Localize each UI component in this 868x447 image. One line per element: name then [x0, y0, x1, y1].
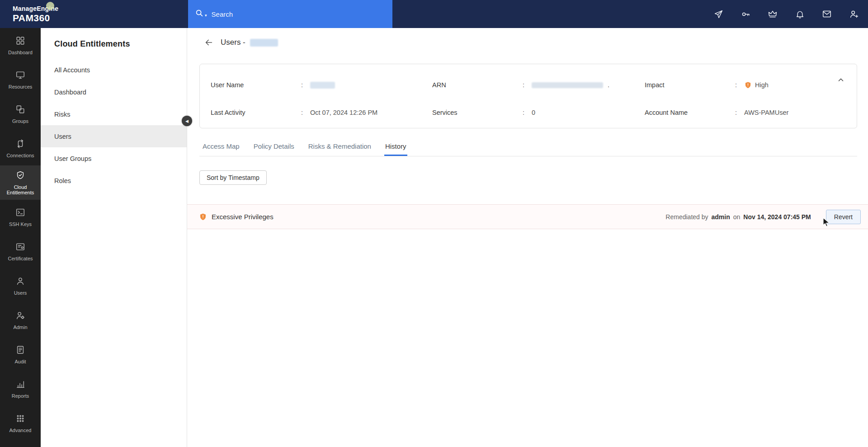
- audit-icon: [15, 345, 25, 359]
- remediated-connector: on: [733, 213, 741, 221]
- arn-period: .: [608, 81, 609, 89]
- chevron-up-icon: [837, 76, 845, 84]
- back-button[interactable]: [203, 36, 215, 49]
- field-colon: :: [735, 109, 737, 116]
- panel-collapse-button[interactable]: ◀: [182, 116, 192, 126]
- sidebar-item-label: Audit: [13, 359, 28, 364]
- remediated-prefix: Remediated by: [665, 213, 708, 221]
- sidebar-item-label: Resources: [7, 84, 34, 89]
- field-colon: :: [735, 81, 737, 89]
- field-label: Account Name: [645, 109, 735, 116]
- field-arn: ARN : .: [432, 80, 645, 90]
- sidebar-item-users[interactable]: Users: [0, 268, 41, 303]
- sidebar-item-reports[interactable]: Reports: [0, 372, 41, 406]
- dashboard-icon: [15, 36, 25, 50]
- brand-line2: PAM360: [13, 13, 58, 24]
- sort-by-timestamp-button[interactable]: Sort by Timestamp: [199, 170, 267, 185]
- field-value-redacted: [310, 82, 335, 89]
- sidebar-item-advanced[interactable]: Advanced: [0, 406, 41, 440]
- field-last-activity: Last Activity : Oct 07, 2024 12:26 PM: [211, 107, 432, 118]
- panel-item-roles[interactable]: Roles: [41, 169, 187, 192]
- add-user-icon[interactable]: [846, 6, 862, 22]
- password-key-icon[interactable]: [738, 6, 753, 22]
- user-detail-card: User Name : ARN : . Impact : High Last A…: [199, 64, 857, 128]
- risk-name: Excessive Privileges: [212, 213, 274, 221]
- groups-icon: [15, 104, 25, 118]
- cloud-entitlements-icon: [15, 170, 25, 184]
- field-label: ARN: [432, 81, 523, 89]
- sidebar-item-connections[interactable]: Connections: [0, 131, 41, 165]
- sidebar-item-ssh-keys[interactable]: SSH Keys: [0, 200, 41, 234]
- sidebar-item-resources[interactable]: Resources: [0, 62, 41, 97]
- redacted-user-name-title: [250, 39, 278, 47]
- field-user-name: User Name :: [211, 80, 432, 90]
- brand-logo[interactable]: ManageEngine PAM360: [0, 5, 58, 24]
- ssh-keys-icon: [15, 207, 25, 221]
- admin-icon: [15, 311, 25, 325]
- global-search[interactable]: ▾: [188, 0, 392, 28]
- crown-icon[interactable]: [765, 6, 780, 22]
- field-value: High: [744, 81, 769, 89]
- sidebar-item-label: Groups: [10, 118, 30, 124]
- sidebar-item-dashboard[interactable]: Dashboard: [0, 28, 41, 62]
- launch-icon[interactable]: [711, 6, 726, 22]
- panel-item-users[interactable]: Users: [41, 125, 187, 147]
- field-colon: :: [523, 81, 524, 89]
- field-account-name: Account Name : AWS-PAMUser: [645, 107, 846, 118]
- sidebar-item-cloud-entitlements[interactable]: Cloud Entitlements: [0, 165, 41, 200]
- page-title: Users -: [221, 38, 245, 47]
- topbar-icons: [711, 0, 862, 28]
- field-services: Services : 0: [432, 107, 645, 118]
- sidebar-item-admin[interactable]: Admin: [0, 303, 41, 337]
- shield-icon: [199, 213, 207, 221]
- users-icon: [15, 276, 25, 290]
- mail-icon[interactable]: [819, 6, 835, 22]
- panel-item-user-groups[interactable]: User Groups: [41, 147, 187, 169]
- sidebar-item-label: Certificates: [6, 256, 34, 261]
- certificates-icon: [15, 242, 25, 256]
- cloud-entitlements-panel: Cloud Entitlements All Accounts Dashboar…: [41, 28, 187, 447]
- reports-icon: [15, 379, 25, 393]
- sidebar-item-label: Connections: [5, 153, 36, 158]
- pam360-app: ManageEngine PAM360 ▾: [0, 0, 868, 447]
- sidebar-item-certificates[interactable]: Certificates: [0, 234, 41, 268]
- remediated-timestamp: Nov 14, 2024 07:45 PM: [743, 213, 811, 221]
- sidebar-item-label: Users: [12, 290, 29, 296]
- search-input[interactable]: [212, 10, 374, 18]
- shield-icon: [744, 81, 752, 89]
- field-colon: :: [523, 109, 524, 116]
- sidebar-item-audit[interactable]: Audit: [0, 337, 41, 372]
- field-value-redacted: .: [532, 81, 609, 89]
- revert-button[interactable]: Revert: [826, 210, 861, 224]
- tab-policy-details[interactable]: Policy Details: [253, 139, 295, 156]
- last-activity-value: Oct 07, 2024 12:26 PM: [310, 109, 377, 116]
- field-colon: :: [301, 81, 303, 89]
- remediation-info: Remediated by admin on Nov 14, 2024 07:4…: [665, 210, 861, 224]
- panel-item-dashboard[interactable]: Dashboard: [41, 81, 187, 103]
- field-label: Last Activity: [211, 109, 301, 116]
- sidebar-item-label: SSH Keys: [7, 221, 33, 227]
- tab-risks-remediation[interactable]: Risks & Remediation: [307, 139, 372, 156]
- field-label: User Name: [211, 81, 301, 89]
- connections-icon: [15, 139, 25, 153]
- advanced-icon: [15, 414, 25, 428]
- detail-tabs: Access Map Policy Details Risks & Remedi…: [199, 139, 857, 156]
- search-category-caret-icon[interactable]: ▾: [205, 13, 207, 18]
- collapse-left-icon: ◀: [185, 119, 189, 123]
- brand-decoration-dot: [46, 2, 54, 10]
- tab-history[interactable]: History: [384, 139, 407, 156]
- redacted-value: [310, 82, 335, 89]
- panel-item-risks[interactable]: Risks: [41, 103, 187, 125]
- search-icon: [194, 8, 204, 20]
- redacted-value: [532, 82, 603, 88]
- card-collapse-button[interactable]: [835, 74, 847, 86]
- sidebar-item-groups[interactable]: Groups: [0, 97, 41, 131]
- panel-item-all-accounts[interactable]: All Accounts: [41, 59, 187, 81]
- resources-icon: [15, 70, 25, 84]
- sidebar-item-label: Advanced: [8, 428, 33, 433]
- page-header: Users -: [187, 28, 868, 57]
- sidebar-item-label: Admin: [11, 325, 29, 330]
- account-name-value: AWS-PAMUser: [744, 109, 788, 116]
- notifications-icon[interactable]: [792, 6, 807, 22]
- tab-access-map[interactable]: Access Map: [202, 139, 241, 156]
